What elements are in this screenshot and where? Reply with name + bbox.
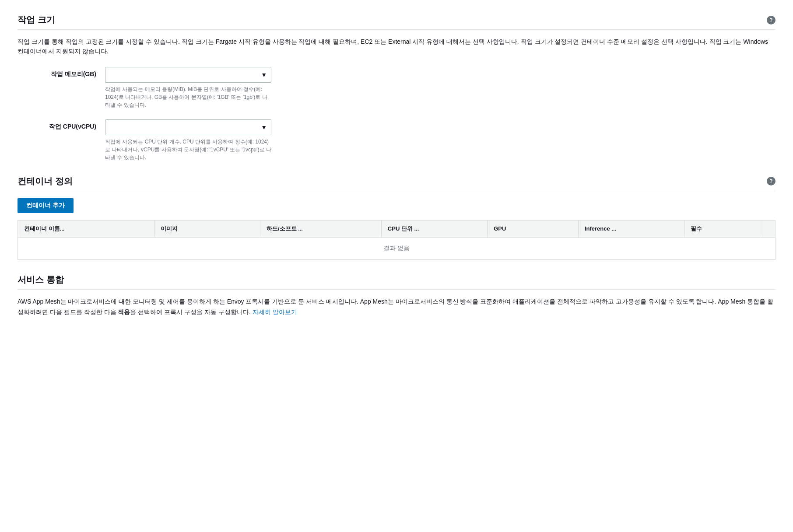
learn-more-link[interactable]: 자세히 알아보기	[253, 308, 297, 315]
cpu-select[interactable]: 256 (.25 vCPU) 512 (.5 vCPU) 1024 (1 vCP…	[105, 119, 271, 135]
container-table-header: 컨테이너 이름... 이미지 하드/소프트 ... CPU 단위 ... GPU…	[18, 220, 775, 237]
service-description-part2: 을 선택하여 프록시 구성을 자동 구성합니다.	[130, 308, 250, 315]
memory-hint: 작업에 사용되는 메모리 용량(MiB). MiB를 단위로 사용하여 정수(예…	[105, 85, 271, 109]
memory-select[interactable]: 0.5 GB 1 GB 2 GB 4 GB 8 GB 16 GB 30 GB	[105, 67, 271, 83]
memory-label: 작업 메모리(GB)	[18, 67, 105, 78]
task-size-header: 작업 크기 ?	[18, 14, 775, 30]
cpu-row: 작업 CPU(vCPU) 256 (.25 vCPU) 512 (.5 vCPU…	[18, 119, 775, 161]
col-header-gpu: GPU	[488, 220, 579, 237]
col-header-required: 필수	[684, 220, 760, 237]
col-header-inference: Inference ...	[578, 220, 684, 237]
container-definition-title: 컨테이너 정의	[18, 175, 73, 187]
col-header-image: 이미지	[154, 220, 260, 237]
cpu-control-wrapper: 256 (.25 vCPU) 512 (.5 vCPU) 1024 (1 vCP…	[105, 119, 315, 161]
col-header-cpu: CPU 단위 ...	[381, 220, 487, 237]
memory-control-wrapper: 0.5 GB 1 GB 2 GB 4 GB 8 GB 16 GB 30 GB ▼…	[105, 67, 315, 109]
col-header-action	[760, 220, 775, 237]
col-header-hard-soft: 하드/소프트 ...	[260, 220, 381, 237]
task-size-help-icon[interactable]: ?	[767, 16, 775, 24]
container-table-header-row: 컨테이너 이름... 이미지 하드/소프트 ... CPU 단위 ... GPU…	[18, 220, 775, 237]
task-size-title: 작업 크기	[18, 14, 55, 26]
task-size-section: 작업 크기 ? 작업 크기를 통해 작업의 고정된 크기를 지정할 수 있습니다…	[18, 14, 775, 161]
service-integration-section: 서비스 통합 AWS App Mesh는 마이크로서비스에 대한 모니터링 및 …	[18, 274, 775, 318]
memory-row: 작업 메모리(GB) 0.5 GB 1 GB 2 GB 4 GB 8 GB 16…	[18, 67, 775, 109]
service-description-bold: 적용	[118, 308, 130, 315]
container-definition-help-icon[interactable]: ?	[767, 177, 775, 186]
container-table-body: 결과 없음	[18, 237, 775, 259]
service-integration-title: 서비스 통합	[18, 274, 64, 286]
service-integration-description: AWS App Mesh는 마이크로서비스에 대한 모니터링 및 제어를 용이하…	[18, 297, 775, 318]
no-results-cell: 결과 없음	[18, 237, 775, 259]
cpu-label: 작업 CPU(vCPU)	[18, 119, 105, 131]
add-container-button[interactable]: 컨테이너 추가	[18, 198, 74, 213]
memory-select-wrapper: 0.5 GB 1 GB 2 GB 4 GB 8 GB 16 GB 30 GB ▼	[105, 67, 271, 83]
service-integration-header: 서비스 통합	[18, 274, 775, 290]
task-size-description: 작업 크기를 통해 작업의 고정된 크기를 지정할 수 있습니다. 작업 크기는…	[18, 37, 775, 56]
container-definition-section: 컨테이너 정의 ? 컨테이너 추가 컨테이너 이름... 이미지 하드/소프트 …	[18, 175, 775, 260]
cpu-hint: 작업에 사용되는 CPU 단위 개수. CPU 단위를 사용하여 정수(예: 1…	[105, 138, 271, 161]
container-definition-header: 컨테이너 정의 ?	[18, 175, 775, 191]
container-table: 컨테이너 이름... 이미지 하드/소프트 ... CPU 단위 ... GPU…	[18, 220, 775, 260]
cpu-select-wrapper: 256 (.25 vCPU) 512 (.5 vCPU) 1024 (1 vCP…	[105, 119, 271, 135]
col-header-name: 컨테이너 이름...	[18, 220, 154, 237]
no-results-row: 결과 없음	[18, 237, 775, 259]
